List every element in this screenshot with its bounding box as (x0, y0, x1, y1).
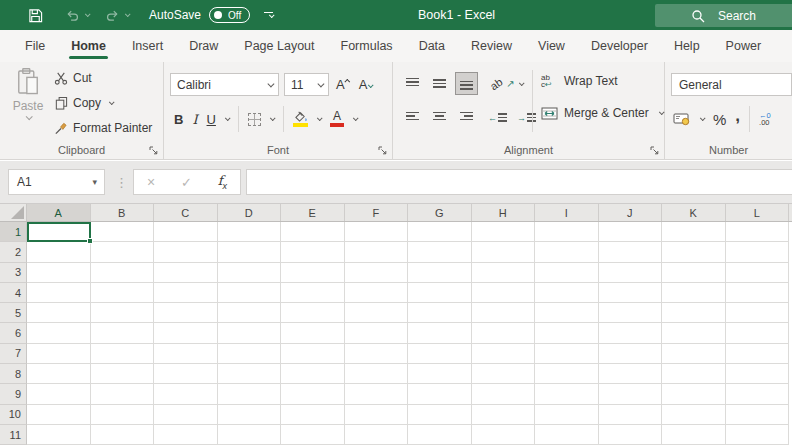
row-header-8[interactable]: 8 (0, 364, 27, 384)
cell-I7[interactable] (535, 344, 599, 364)
column-header-I[interactable]: I (535, 204, 599, 221)
tab-page-layout[interactable]: Page Layout (231, 30, 327, 62)
cell-E10[interactable] (281, 405, 345, 425)
cell-F5[interactable] (345, 303, 409, 323)
cell-G7[interactable] (408, 344, 472, 364)
cell-H3[interactable] (472, 263, 536, 283)
cell-K11[interactable] (662, 425, 726, 445)
row-header-4[interactable]: 4 (0, 283, 27, 303)
row-header-5[interactable]: 5 (0, 303, 27, 323)
cell-D5[interactable] (218, 303, 282, 323)
cell-E4[interactable] (281, 283, 345, 303)
select-all-button[interactable] (0, 204, 27, 221)
cell-H7[interactable] (472, 344, 536, 364)
align-top-button[interactable] (401, 72, 424, 95)
cell-L1[interactable] (726, 222, 790, 242)
cell-J9[interactable] (599, 384, 663, 404)
accounting-dropdown-icon[interactable] (700, 115, 706, 121)
cell-D6[interactable] (218, 323, 282, 343)
cell-F1[interactable] (345, 222, 409, 242)
font-dialog-launcher[interactable] (377, 145, 387, 155)
alignment-dialog-launcher[interactable] (649, 145, 659, 155)
cell-G5[interactable] (408, 303, 472, 323)
row-header-2[interactable]: 2 (0, 242, 27, 262)
underline-button[interactable]: U (207, 112, 216, 127)
column-header-G[interactable]: G (408, 204, 472, 221)
cell-J7[interactable] (599, 344, 663, 364)
cell-B10[interactable] (91, 405, 155, 425)
increase-font-size-button[interactable]: A (334, 76, 352, 93)
cell-E11[interactable] (281, 425, 345, 445)
cell-I4[interactable] (535, 283, 599, 303)
cell-B5[interactable] (91, 303, 155, 323)
save-button[interactable] (28, 8, 43, 23)
cell-C1[interactable] (154, 222, 218, 242)
cell-H10[interactable] (472, 405, 536, 425)
cell-C10[interactable] (154, 405, 218, 425)
number-format-select[interactable]: General (671, 73, 792, 96)
cell-K6[interactable] (662, 323, 726, 343)
row-header-9[interactable]: 9 (0, 384, 27, 404)
cell-H5[interactable] (472, 303, 536, 323)
cell-A3[interactable] (27, 263, 91, 283)
cell-K3[interactable] (662, 263, 726, 283)
cell-A11[interactable] (27, 425, 91, 445)
cell-E2[interactable] (281, 242, 345, 262)
cell-F6[interactable] (345, 323, 409, 343)
cell-D10[interactable] (218, 405, 282, 425)
wrap-text-button[interactable]: ab c↩ Wrap Text (541, 70, 663, 92)
row-header-11[interactable]: 11 (0, 425, 27, 445)
row-header-3[interactable]: 3 (0, 263, 27, 283)
cell-G11[interactable] (408, 425, 472, 445)
cell-C7[interactable] (154, 344, 218, 364)
row-header-10[interactable]: 10 (0, 405, 27, 425)
cell-J2[interactable] (599, 242, 663, 262)
tab-data[interactable]: Data (406, 30, 458, 62)
cell-B4[interactable] (91, 283, 155, 303)
cell-G1[interactable] (408, 222, 472, 242)
cell-H9[interactable] (472, 384, 536, 404)
cut-button[interactable]: Cut (54, 68, 92, 88)
cell-A1[interactable] (27, 222, 91, 242)
decrease-font-size-button[interactable]: A (357, 76, 375, 93)
row-header-1[interactable]: 1 (0, 222, 27, 242)
align-center-button[interactable] (428, 106, 451, 129)
cell-L9[interactable] (726, 384, 790, 404)
tab-draw[interactable]: Draw (176, 30, 231, 62)
column-header-A[interactable]: A (27, 204, 91, 221)
cell-I1[interactable] (535, 222, 599, 242)
cell-D2[interactable] (218, 242, 282, 262)
cell-F9[interactable] (345, 384, 409, 404)
row-header-6[interactable]: 6 (0, 323, 27, 343)
tab-help[interactable]: Help (661, 30, 713, 62)
undo-button[interactable] (65, 8, 89, 22)
cell-L4[interactable] (726, 283, 790, 303)
cell-C8[interactable] (154, 364, 218, 384)
align-middle-button[interactable] (428, 72, 451, 95)
cell-I11[interactable] (535, 425, 599, 445)
cell-B3[interactable] (91, 263, 155, 283)
cell-F10[interactable] (345, 405, 409, 425)
fill-handle[interactable] (87, 238, 93, 244)
cell-A9[interactable] (27, 384, 91, 404)
comma-style-button[interactable]: , (735, 111, 740, 121)
cell-D4[interactable] (218, 283, 282, 303)
cell-H8[interactable] (472, 364, 536, 384)
align-bottom-button[interactable] (455, 72, 478, 95)
row-header-7[interactable]: 7 (0, 344, 27, 364)
cell-J1[interactable] (599, 222, 663, 242)
cell-E1[interactable] (281, 222, 345, 242)
cell-A5[interactable] (27, 303, 91, 323)
column-header-L[interactable]: L (726, 204, 790, 221)
name-box[interactable]: A1 ▾ (8, 169, 105, 195)
column-header-E[interactable]: E (281, 204, 345, 221)
cell-L10[interactable] (726, 405, 790, 425)
decrease-indent-button[interactable]: ← (488, 112, 507, 124)
cell-H4[interactable] (472, 283, 536, 303)
cell-I9[interactable] (535, 384, 599, 404)
cell-L11[interactable] (726, 425, 790, 445)
cell-L8[interactable] (726, 364, 790, 384)
borders-icon[interactable] (248, 113, 261, 126)
cell-E8[interactable] (281, 364, 345, 384)
cell-I3[interactable] (535, 263, 599, 283)
